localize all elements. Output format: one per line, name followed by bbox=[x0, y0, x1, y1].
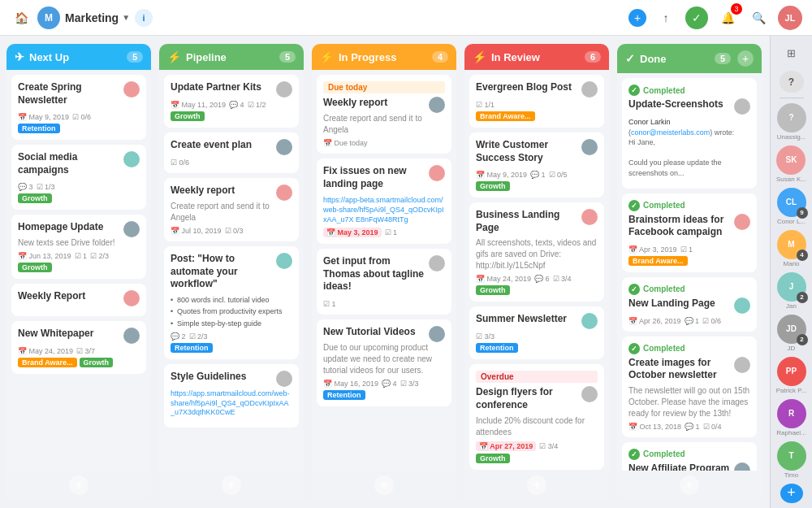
check-icon[interactable]: ✓ bbox=[685, 7, 708, 29]
avatar bbox=[581, 209, 598, 225]
card-title: Social media campaigns bbox=[18, 151, 123, 176]
chevron-down-icon: ▼ bbox=[122, 13, 130, 22]
avatar[interactable]: M4 bbox=[777, 230, 806, 259]
card-date: 📅 Jun 13, 2019 bbox=[18, 252, 71, 260]
divider bbox=[780, 98, 804, 98]
project-name[interactable]: Marketing ▼ bbox=[65, 11, 130, 24]
table-row[interactable]: Weekly Report bbox=[11, 284, 146, 316]
avatar[interactable]: J2 bbox=[777, 272, 806, 302]
table-row[interactable]: Update Partner Kits📅 May 11, 2019💬 4☑ 1/… bbox=[164, 75, 299, 128]
table-row[interactable]: Post: "How to automate your workflow"800… bbox=[164, 246, 299, 359]
table-row[interactable]: ✓CompletedCreate images for October news… bbox=[622, 336, 757, 437]
card-tags: Growth bbox=[18, 193, 140, 203]
home-icon[interactable]: 🏠 bbox=[10, 7, 32, 29]
card-meta: ☑ 0/6 bbox=[171, 158, 292, 167]
table-row[interactable]: Get input from Thomas about tagline idea… bbox=[317, 249, 451, 315]
sidebar-member[interactable]: J2Jan bbox=[777, 272, 806, 310]
column-title-nextup: Next Up bbox=[29, 51, 69, 63]
notifications[interactable]: 🔔 3 bbox=[716, 7, 739, 29]
help-icon[interactable]: ? bbox=[780, 71, 804, 92]
table-row[interactable]: ✓CompletedBrainstorm ideas for Facebook … bbox=[622, 193, 757, 272]
table-row[interactable]: Fix issues on new landing pagehttps://ap… bbox=[317, 158, 451, 244]
sidebar-member[interactable]: CL9Conor L... bbox=[777, 188, 806, 225]
grid-icon[interactable]: ⊞ bbox=[777, 41, 806, 66]
card-title: New Whitepaper bbox=[18, 328, 93, 341]
table-row[interactable]: ✓CompletedNew Landing Page📅 Apr 26, 2019… bbox=[622, 277, 757, 332]
card-stats-right: ☑ 1/3 bbox=[37, 183, 55, 191]
table-row[interactable]: ✓CompletedNew Affiliate Program bbox=[622, 442, 757, 471]
table-row[interactable]: Social media campaigns💬 3☑ 1/3Growth bbox=[11, 145, 146, 210]
card-title: Create event plan bbox=[171, 139, 252, 152]
card-header: Post: "How to automate your workflow" bbox=[171, 253, 292, 294]
search-icon[interactable]: 🔍 bbox=[747, 7, 770, 29]
sidebar-member[interactable]: PPPatrick P... bbox=[776, 357, 807, 394]
column-icon-nextup: ✈ bbox=[15, 50, 24, 63]
sidebar-member[interactable]: SKSusan K... bbox=[776, 145, 806, 183]
sidebar-member[interactable]: ?Unassig... bbox=[777, 103, 806, 141]
table-row[interactable]: Create Spring Newsletter📅 May 9, 2019☑ 0… bbox=[11, 75, 146, 140]
table-row[interactable]: OverdueDesign flyers for conferenceInclu… bbox=[469, 364, 604, 469]
table-row[interactable]: Due todayWeekly reportCreate report and … bbox=[317, 75, 451, 154]
avatar bbox=[276, 253, 292, 269]
card-subtitle: The newsletter will go out on 15th Octob… bbox=[628, 385, 750, 419]
table-row[interactable]: Evergreen Blog Post☑ 1/1Brand Aware... bbox=[469, 75, 604, 128]
add-card-done[interactable]: + bbox=[680, 475, 699, 495]
avatar-label: Conor L... bbox=[777, 218, 806, 225]
avatar[interactable]: R bbox=[777, 399, 806, 428]
add-member-button[interactable]: + bbox=[780, 484, 803, 503]
avatar[interactable]: T bbox=[777, 441, 806, 471]
sidebar-member[interactable]: RRaphael... bbox=[776, 399, 806, 436]
sidebar-member[interactable]: TTimo bbox=[777, 441, 806, 479]
avatar[interactable]: SK bbox=[776, 145, 806, 175]
table-row[interactable]: New Tutorial VideosDue to our upcoming p… bbox=[317, 319, 451, 406]
table-row[interactable]: Weekly reportCreate report and send it t… bbox=[164, 178, 299, 241]
tag: Retention bbox=[323, 390, 365, 400]
card-link[interactable]: https://app-beta.smartmailcloud.com/web-… bbox=[323, 196, 445, 224]
card-link[interactable]: https://app.smartmailcloud.com/web-share… bbox=[171, 389, 292, 418]
add-card-pipeline[interactable]: + bbox=[222, 475, 241, 495]
user-avatar[interactable]: JL bbox=[778, 6, 802, 30]
column-title-inprogress: In Progress bbox=[339, 51, 397, 63]
card-date: 📅 May 9, 2019 bbox=[18, 113, 69, 121]
sidebar-member[interactable]: M4Mario bbox=[777, 230, 806, 267]
add-card-nextup[interactable]: + bbox=[69, 475, 89, 495]
column-inprogress: ⚡In Progress4Due todayWeekly reportCreat… bbox=[312, 44, 456, 500]
add-card-inreview[interactable]: + bbox=[527, 475, 546, 495]
card-tasks: ☑ 3/3 bbox=[476, 332, 495, 341]
card-header: Create Spring Newsletter bbox=[18, 81, 140, 110]
table-row[interactable]: Style Guidelineshttps://app.smartmailclo… bbox=[164, 364, 299, 428]
card-tags: Retention bbox=[171, 343, 292, 353]
table-row[interactable]: Homepage UpdateNew texts see Drive folde… bbox=[11, 215, 146, 279]
table-row[interactable]: ✓CompletedUpdate-ScreenshotsConor Larkin… bbox=[622, 78, 757, 189]
avatar bbox=[734, 462, 750, 471]
info-icon[interactable]: i bbox=[135, 9, 153, 27]
avatar[interactable]: JD2 bbox=[777, 315, 806, 344]
completed-text: Completed bbox=[643, 201, 685, 210]
table-row[interactable]: Summer Newsletter☑ 3/3Retention bbox=[469, 306, 604, 359]
table-row[interactable]: Business Landing PageAll screenshots, te… bbox=[469, 202, 604, 302]
card-tags: Growth bbox=[476, 285, 598, 295]
sidebar-member[interactable]: JD2JD bbox=[777, 315, 806, 352]
card-meta: ☑ 1/1 bbox=[476, 101, 598, 109]
card-tags: Retention bbox=[18, 124, 140, 133]
card-title: Summer Newsletter bbox=[476, 313, 567, 326]
column-header-pipeline: ⚡Pipeline5 bbox=[159, 44, 304, 70]
completed-text: Completed bbox=[643, 344, 685, 353]
avatar[interactable]: ? bbox=[777, 103, 806, 132]
upload-icon[interactable]: ↑ bbox=[654, 7, 677, 29]
add-column-done[interactable]: + bbox=[737, 50, 754, 67]
avatar-label: Susan K... bbox=[776, 176, 806, 183]
table-row[interactable]: New Whitepaper📅 May 24, 2019☑ 3/7Brand A… bbox=[11, 321, 146, 374]
add-card-inprogress[interactable]: + bbox=[374, 475, 394, 495]
column-title-done: Done bbox=[640, 53, 667, 65]
card-tasks-left: 💬 4 bbox=[229, 101, 244, 109]
add-button[interactable]: + bbox=[628, 9, 646, 27]
avatar[interactable]: PP bbox=[777, 357, 806, 386]
avatar[interactable]: CL9 bbox=[777, 188, 806, 217]
card-meta: 📅 May 9, 2019☑ 0/6 bbox=[18, 113, 140, 121]
tag: Brand Aware... bbox=[476, 111, 535, 121]
table-row[interactable]: Write Customer Success Story📅 May 9, 201… bbox=[469, 132, 604, 198]
tag: Retention bbox=[476, 343, 518, 353]
card-title: Style Guidelines bbox=[171, 371, 246, 384]
table-row[interactable]: Create event plan☑ 0/6 bbox=[164, 132, 299, 173]
